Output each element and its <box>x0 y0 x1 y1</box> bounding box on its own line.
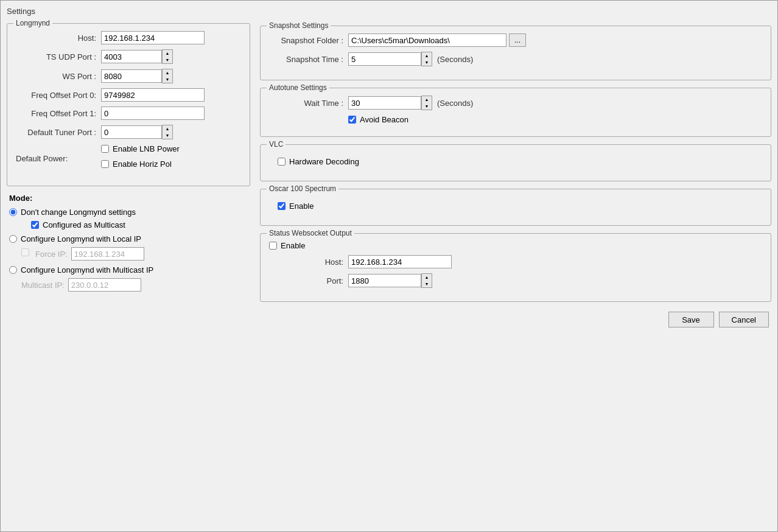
snapshot-time-spinner-buttons: ▲ ▼ <box>421 52 432 66</box>
force-ip-row: Force IP: <box>21 247 248 261</box>
status-group-title: Status Websocket Output <box>267 229 354 237</box>
default-tuner-up[interactable]: ▲ <box>163 125 172 132</box>
status-port-up[interactable]: ▲ <box>422 274 432 281</box>
multicast-ip-label: Multicast IP: <box>21 281 65 290</box>
freq-offset-1-input[interactable] <box>101 107 205 120</box>
mode-radio-1[interactable] <box>9 208 17 216</box>
wait-time-down[interactable]: ▼ <box>422 103 432 110</box>
default-tuner-row: Default Tuner Port : ▲ ▼ <box>16 125 241 139</box>
enable-horiz-label: Enable Horiz Pol <box>113 159 172 169</box>
host-row: Host: <box>16 31 241 44</box>
freq-offset-0-input[interactable] <box>101 88 205 102</box>
status-enable-checkbox[interactable] <box>269 242 277 250</box>
power-checkboxes: Enable LNB Power Enable Horiz Pol <box>101 144 180 172</box>
oscar-group-title: Oscar 100 Spectrum <box>267 184 338 193</box>
wait-time-row: Wait Time : ▲ ▼ (Seconds) <box>269 96 762 110</box>
enable-horiz-checkbox[interactable] <box>101 160 109 168</box>
configured-multicast-row[interactable]: Configured as Multicast <box>31 220 248 229</box>
browse-button[interactable]: ... <box>509 33 526 47</box>
ts-udp-spinner-buttons: ▲ ▼ <box>162 49 173 64</box>
mode-section: Mode: Don't change Longmynd settings Con… <box>7 194 250 292</box>
snapshot-time-unit: (Seconds) <box>437 55 473 64</box>
status-port-spinner-buttons: ▲ ▼ <box>421 273 432 288</box>
default-tuner-input[interactable] <box>101 125 162 139</box>
host-input[interactable] <box>101 31 205 44</box>
enable-horiz-row[interactable]: Enable Horiz Pol <box>101 159 180 169</box>
wait-time-spinner-buttons: ▲ ▼ <box>421 96 432 110</box>
snapshot-folder-row: Snapshot Folder : ... <box>269 33 762 47</box>
snapshot-time-input[interactable] <box>348 52 421 66</box>
mode-radio-2[interactable] <box>9 235 17 243</box>
save-button[interactable]: Save <box>668 312 714 327</box>
snapshot-time-up[interactable]: ▲ <box>422 52 432 59</box>
freq-offset-1-label: Freq Offset Port 1: <box>16 109 101 118</box>
status-port-input[interactable] <box>348 274 421 287</box>
ws-port-up[interactable]: ▲ <box>163 69 172 76</box>
mode-radio-2-label[interactable]: Configure Longmynd with Local IP <box>21 234 141 243</box>
ts-udp-up[interactable]: ▲ <box>163 50 172 57</box>
avoid-beacon-label: Avoid Beacon <box>360 115 408 124</box>
default-tuner-spinner-buttons: ▲ ▼ <box>162 125 173 139</box>
ts-udp-spinner: ▲ ▼ <box>101 49 173 64</box>
multicast-ip-row: Multicast IP: <box>21 278 248 292</box>
status-host-label: Host: <box>269 257 348 267</box>
snapshot-time-spinner: ▲ ▼ <box>348 52 432 66</box>
avoid-beacon-row[interactable]: Avoid Beacon <box>348 115 762 124</box>
hardware-decoding-row[interactable]: Hardware Decoding <box>278 157 762 166</box>
wait-time-up[interactable]: ▲ <box>422 96 432 103</box>
configured-multicast-label: Configured as Multicast <box>43 220 125 229</box>
freq-offset-0-row: Freq Offset Port 0: <box>16 88 241 102</box>
ts-udp-down[interactable]: ▼ <box>163 57 172 63</box>
left-panel: Longmynd Host: TS UDP Port : ▲ ▼ <box>7 23 250 292</box>
ts-udp-label: TS UDP Port : <box>16 52 101 61</box>
status-port-spinner: ▲ ▼ <box>348 273 432 288</box>
ws-port-down[interactable]: ▼ <box>163 76 172 83</box>
oscar-group: Oscar 100 Spectrum Enable <box>260 189 771 226</box>
vlc-group: VLC Hardware Decoding <box>260 144 771 181</box>
avoid-beacon-checkbox[interactable] <box>348 116 356 124</box>
default-power-row: Default Power: Enable LNB Power Enable H… <box>16 144 241 172</box>
autotune-group-title: Autotune Settings <box>267 83 329 92</box>
mode-radio-1-label[interactable]: Don't change Longmynd settings <box>21 208 136 217</box>
mode-header: Mode: <box>9 194 248 203</box>
snapshot-time-row: Snapshot Time : ▲ ▼ (Seconds) <box>269 52 762 66</box>
oscar-enable-checkbox[interactable] <box>278 202 286 210</box>
cancel-button[interactable]: Cancel <box>719 312 769 327</box>
wait-time-input[interactable] <box>348 96 421 110</box>
status-port-down[interactable]: ▼ <box>422 281 432 287</box>
mode-radio-2-row: Configure Longmynd with Local IP <box>9 234 248 243</box>
status-enable-row[interactable]: Enable <box>269 241 762 250</box>
snapshot-group-title: Snapshot Settings <box>267 21 331 30</box>
ts-udp-input[interactable] <box>101 50 162 63</box>
default-tuner-label: Default Tuner Port : <box>16 128 101 137</box>
force-ip-label: Force IP: <box>35 250 68 259</box>
mode-radio-3[interactable] <box>9 266 17 274</box>
hardware-decoding-checkbox[interactable] <box>278 158 286 166</box>
default-tuner-down[interactable]: ▼ <box>163 132 172 139</box>
autotune-group: Autotune Settings Wait Time : ▲ ▼ (Secon… <box>260 88 771 137</box>
ws-port-row: WS Port : ▲ ▼ <box>16 69 241 83</box>
mode-radio-3-label[interactable]: Configure Longmynd with Multicast IP <box>21 265 153 275</box>
status-port-row: Port: ▲ ▼ <box>269 273 762 288</box>
longmynd-group-title: Longmynd <box>13 19 52 27</box>
snapshot-folder-input[interactable] <box>348 33 506 47</box>
bottom-buttons: Save Cancel <box>260 312 771 327</box>
ws-port-input[interactable] <box>101 69 162 83</box>
vlc-content: Hardware Decoding <box>269 152 762 172</box>
oscar-enable-label: Enable <box>289 201 314 211</box>
freq-offset-0-label: Freq Offset Port 0: <box>16 91 101 100</box>
status-enable-row-wrapper: Enable <box>269 241 762 250</box>
oscar-enable-row[interactable]: Enable <box>278 201 762 211</box>
configured-multicast-checkbox[interactable] <box>31 221 39 229</box>
default-tuner-spinner: ▲ ▼ <box>101 125 173 139</box>
right-panel-inner: Snapshot Settings Snapshot Folder : ... … <box>260 23 771 327</box>
ws-port-spinner: ▲ ▼ <box>101 69 173 83</box>
force-ip-checkbox[interactable] <box>21 248 29 256</box>
vlc-group-title: VLC <box>267 140 286 149</box>
enable-lnb-row[interactable]: Enable LNB Power <box>101 144 180 153</box>
enable-lnb-checkbox[interactable] <box>101 145 109 153</box>
status-host-input[interactable] <box>348 255 452 268</box>
multicast-ip-input <box>68 278 141 292</box>
mode-radio-3-row: Configure Longmynd with Multicast IP <box>9 265 248 275</box>
snapshot-time-down[interactable]: ▼ <box>422 59 432 66</box>
